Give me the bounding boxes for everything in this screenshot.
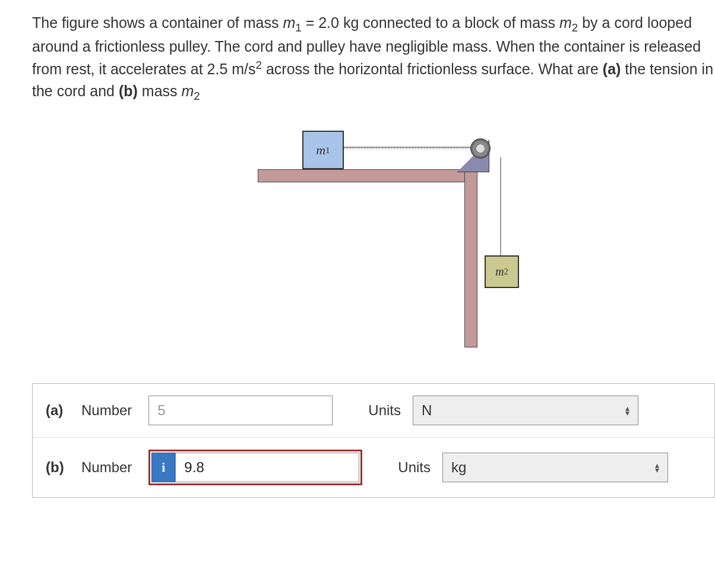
chevron-up-down-icon: ▴▾: [625, 406, 629, 415]
units-value-a: N: [422, 402, 432, 419]
cord-vertical: [500, 157, 501, 258]
pulley-figure: m1 m2: [246, 122, 501, 347]
block-m1: m1: [302, 131, 344, 169]
chevron-up-down-icon: ▴▾: [655, 463, 659, 472]
number-input-a[interactable]: [148, 396, 333, 425]
table-top: [258, 169, 477, 182]
units-label-b: Units: [398, 459, 431, 476]
pulley-icon: [470, 138, 491, 159]
info-icon[interactable]: i: [151, 453, 175, 482]
number-input-b[interactable]: [175, 453, 359, 482]
number-input-b-wrap: i: [148, 450, 362, 485]
block-m2: m2: [485, 255, 519, 288]
number-label-a: Number: [81, 402, 132, 419]
part-label-a: (a): [46, 402, 69, 419]
problem-statement: The figure shows a container of mass m1 …: [32, 12, 715, 104]
units-select-a[interactable]: N ▴▾: [413, 396, 638, 425]
table-leg: [464, 169, 477, 347]
units-select-b[interactable]: kg ▴▾: [442, 453, 668, 482]
units-value-b: kg: [451, 459, 466, 476]
cord-horizontal: [344, 147, 472, 148]
answer-panel: (a) Number Units N ▴▾ (b) Number i Units…: [32, 383, 715, 498]
answer-row-a: (a) Number Units N ▴▾: [33, 384, 714, 438]
answer-row-b: (b) Number i Units kg ▴▾: [33, 438, 714, 497]
units-label-a: Units: [368, 402, 401, 419]
number-label-b: Number: [81, 459, 132, 476]
part-label-b: (b): [46, 459, 69, 476]
figure-container: m1 m2: [32, 122, 715, 347]
